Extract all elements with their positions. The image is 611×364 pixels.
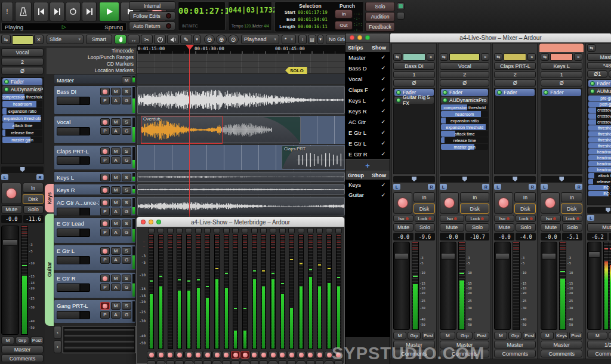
strip-mute-button[interactable]: Mute — [393, 223, 413, 232]
plugin-control-expansion-ratio[interactable]: expansion ratio — [2, 108, 42, 115]
track-record-button[interactable] — [100, 220, 110, 227]
track-automation-button[interactable]: A — [111, 283, 121, 291]
processor-active-led[interactable] — [497, 90, 502, 95]
fader-handle[interactable] — [495, 253, 510, 260]
strip-list-item-master[interactable]: Master✓ — [345, 52, 390, 63]
range-tool-button[interactable]: ↔ — [128, 35, 140, 44]
hide-strip-button[interactable]: × — [527, 53, 536, 61]
channel-fader[interactable] — [541, 242, 557, 330]
metering-point-button[interactable]: M — [393, 332, 406, 340]
track-playlist-button[interactable]: P — [100, 256, 110, 264]
visible-check-icon[interactable]: ✓ — [381, 129, 385, 135]
channel-name-button[interactable] — [316, 228, 323, 233]
plugin-control-crossover-3[interactable]: crossover 3 — [588, 119, 611, 125]
hide-strip-button[interactable]: × — [427, 53, 435, 61]
channel-name-button[interactable] — [186, 228, 192, 233]
track-automation-button[interactable]: A — [111, 97, 121, 104]
narrow-strip-button[interactable]: ⇆ — [587, 44, 595, 52]
monitor-disk-button[interactable]: Disk — [23, 194, 44, 204]
meter-point-button[interactable]: Post — [523, 332, 536, 340]
processor-box[interactable]: Fader — [541, 88, 582, 174]
punch-out-button[interactable]: Out — [335, 21, 353, 30]
channel-name-button[interactable] — [223, 228, 230, 233]
fader-processor[interactable]: Fader — [542, 89, 581, 96]
pan-slider[interactable] — [393, 176, 435, 183]
ruler-label-timecode[interactable]: Timecode — [47, 48, 134, 54]
strip-solo-button[interactable]: Solo — [516, 223, 536, 232]
strip-color-chip[interactable] — [12, 35, 33, 45]
visible-check-icon[interactable]: ✓ — [381, 97, 385, 103]
processor-active-led[interactable] — [443, 90, 448, 95]
visible-check-icon[interactable]: ✓ — [381, 108, 385, 114]
plugin-control-master-gain[interactable]: master gain — [441, 144, 488, 150]
plugin-control-eq-2[interactable]: EQ 2 — [588, 191, 611, 196]
track-group-button[interactable]: G — [122, 256, 131, 264]
plugin-control-headroom-3[interactable]: headroom 3 — [588, 161, 611, 166]
meterbridge-titlebar[interactable]: a4-Live-Show – Meterbridge – Ardour — [137, 217, 344, 227]
peak-display[interactable]: -9.6 — [415, 233, 435, 240]
plugin-control-headroom-4[interactable]: headroom 4 — [588, 167, 611, 172]
comments-button[interactable]: Comments — [1, 354, 44, 362]
strip-mute-button[interactable]: Mute — [1, 205, 22, 214]
pan-handle[interactable] — [513, 177, 517, 181]
track-name[interactable]: E Gtr Lead — [57, 220, 99, 227]
track-playlist-button[interactable]: P — [100, 311, 110, 319]
plugin-processor-aumultiband[interactable]: AUMultiband — [588, 88, 611, 95]
track-record-button[interactable] — [100, 199, 110, 206]
monitor-disk-button[interactable]: Disk — [460, 203, 489, 214]
track-mute-button[interactable]: M — [111, 199, 121, 206]
channel-record-button[interactable] — [269, 351, 277, 359]
processor-box[interactable]: FaderAUDynamicsProcompression thresholdh… — [440, 88, 489, 174]
track-playlist-button[interactable]: P — [100, 283, 110, 291]
track-gain-fader[interactable] — [57, 256, 90, 264]
solo-isolate-button[interactable]: Iso — [494, 215, 514, 222]
track-automation-button[interactable]: A — [111, 311, 121, 319]
monitor-disk-button[interactable]: Disk — [561, 203, 582, 214]
track-solo-button[interactable]: S — [122, 199, 131, 206]
monitor-disk-button[interactable]: Disk — [514, 203, 536, 214]
pan-handle[interactable] — [20, 167, 25, 172]
channel-mute-button[interactable] — [147, 360, 156, 364]
track-playlist-button[interactable]: P — [100, 229, 110, 236]
track-gain-fader[interactable] — [57, 127, 90, 135]
gain-display[interactable]: -0.0 — [541, 233, 561, 240]
strip-solo-button[interactable]: Solo — [562, 223, 582, 232]
processor-active-led[interactable] — [396, 98, 401, 103]
fader-handle[interactable] — [542, 253, 556, 260]
plugin-control-expansion-ratio[interactable]: expansion ratio — [441, 118, 488, 124]
pan-handle[interactable] — [412, 177, 416, 181]
solo-isolate-button[interactable]: Iso — [541, 215, 561, 222]
marker-dropdown[interactable]: *▾ — [282, 35, 296, 44]
processor-box[interactable]: FaderAUDynamicsProcompression thresholdh… — [1, 77, 44, 164]
pan-handle[interactable] — [606, 208, 610, 212]
loop-button[interactable] — [66, 2, 81, 21]
channel-name-button[interactable] — [260, 228, 267, 233]
channel-record-button[interactable] — [194, 351, 203, 359]
visible-check-icon[interactable]: ✓ — [381, 54, 385, 60]
strip-list-item-e-gtr-r[interactable]: E Gtr R✓ — [345, 149, 390, 159]
pan-right-button[interactable]: R — [428, 184, 435, 190]
pan-handle[interactable] — [462, 177, 467, 181]
track-name[interactable]: Master — [57, 77, 121, 84]
processor-active-led[interactable] — [396, 90, 401, 95]
track-group-button[interactable]: G — [122, 156, 131, 164]
group-list-item-keys[interactable]: Keys✓ — [345, 180, 390, 190]
group-button[interactable]: Grp — [16, 337, 29, 344]
plugin-control-master-gain[interactable]: master gain — [2, 137, 42, 143]
plugin-control-pre-gain[interactable]: pre-gain — [588, 95, 611, 101]
group-tab-keys[interactable]: Keys — [45, 184, 54, 212]
channel-fader[interactable] — [494, 242, 511, 330]
pan-slider[interactable] — [440, 176, 489, 183]
strips-panel-titlebar[interactable] — [345, 33, 390, 43]
zoom-window-button[interactable] — [365, 35, 370, 40]
channel-mute-button[interactable] — [203, 360, 212, 364]
gain-right-display[interactable]: -8.9 — [609, 233, 611, 240]
metering-point-button[interactable]: M — [541, 332, 554, 340]
channel-record-button[interactable] — [222, 351, 231, 359]
channel-fader[interactable] — [587, 242, 601, 330]
pan-left-button[interactable]: L — [1, 174, 8, 180]
draw-tool-button[interactable]: ✎ — [180, 35, 192, 44]
track-solo-button[interactable]: S — [122, 118, 131, 126]
track-header-bass-di[interactable]: Bass DIMSPAG — [54, 85, 136, 115]
plugin-control-headroom[interactable]: headroom — [2, 101, 42, 107]
